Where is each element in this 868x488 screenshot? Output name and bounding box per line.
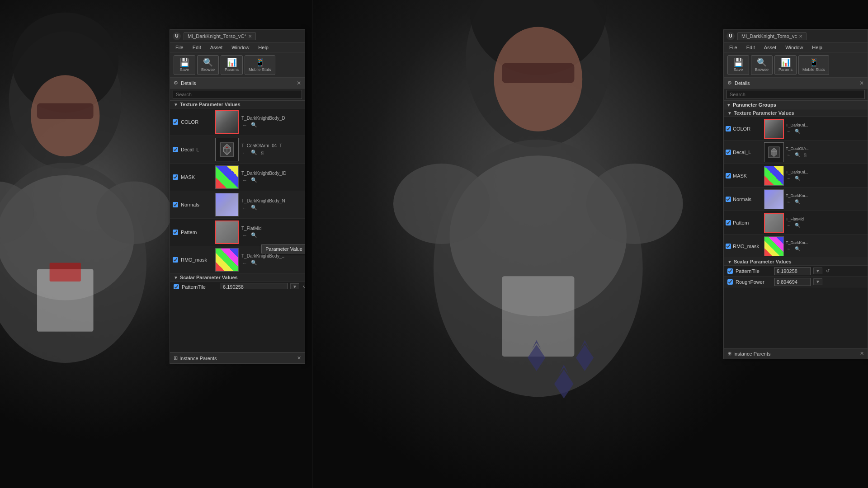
- normals-search-left[interactable]: 🔍: [250, 204, 258, 211]
- save-button-left[interactable]: 💾 Save: [174, 55, 195, 75]
- mobile-stats-button-left[interactable]: 📱 Mobile Stats: [245, 55, 275, 75]
- normals-arrow-right[interactable]: ←: [786, 199, 792, 205]
- params-button-right[interactable]: 📊 Params: [774, 55, 797, 75]
- menu-asset-left[interactable]: Asset: [208, 44, 225, 51]
- rmo-texture-right[interactable]: [764, 236, 784, 256]
- color-search-right[interactable]: 🔍: [794, 128, 801, 134]
- pattern-search-left[interactable]: 🔍: [250, 232, 258, 239]
- rmo-checkbox-left[interactable]: [173, 257, 178, 263]
- mask-search-left[interactable]: 🔍: [250, 177, 258, 183]
- left-search-input[interactable]: [173, 90, 302, 99]
- decal-copy-left[interactable]: ⎘: [260, 150, 265, 156]
- mask-checkbox-right[interactable]: [726, 173, 731, 178]
- normals-texture-left[interactable]: [215, 193, 239, 216]
- pattern-checkbox-left[interactable]: [173, 230, 178, 235]
- menu-help-right[interactable]: Help: [810, 44, 824, 51]
- menu-help-left[interactable]: Help: [256, 44, 270, 51]
- param-row-decal-right: Decal_L T_CoatOfA... ← 🔍: [724, 141, 868, 164]
- color-texture-right[interactable]: [764, 119, 784, 139]
- decal-arrow-left[interactable]: ←: [241, 150, 248, 156]
- pattern-tile-reset-right[interactable]: ↺: [825, 268, 830, 274]
- rough-power-checkbox-right[interactable]: [727, 279, 733, 285]
- right-param-groups-header[interactable]: ▼ Parameter Groups: [724, 101, 868, 109]
- color-search-left[interactable]: 🔍: [250, 122, 258, 128]
- decal-search-left[interactable]: 🔍: [250, 149, 258, 156]
- left-ue-logo: U: [173, 32, 181, 40]
- normals-checkbox-right[interactable]: [726, 197, 731, 202]
- left-scalar-header[interactable]: ▼ Scalar Parameter Values: [170, 274, 305, 282]
- decal-texture-left[interactable]: [215, 138, 239, 161]
- menu-asset-right[interactable]: Asset: [762, 44, 778, 51]
- mask-checkbox-left[interactable]: [173, 174, 178, 180]
- rmo-checkbox-right[interactable]: [726, 244, 731, 249]
- instance-close-left[interactable]: ✕: [297, 355, 301, 361]
- browse-button-right[interactable]: 🔍 Browse: [751, 55, 773, 75]
- right-params-scroll[interactable]: COLOR T_DarkKni... ← 🔍 Decal_L: [724, 117, 868, 307]
- menu-edit-left[interactable]: Edit: [191, 44, 203, 51]
- right-search-input[interactable]: [726, 90, 865, 99]
- rmo-arrow-left[interactable]: ←: [241, 260, 248, 266]
- pattern-checkbox-right[interactable]: [726, 220, 731, 225]
- rmo-search-left[interactable]: 🔍: [250, 259, 258, 266]
- normals-arrow-left[interactable]: ←: [241, 205, 248, 211]
- left-params-scroll[interactable]: COLOR T_DarkKnightBody_D ← 🔍 Decal_L: [170, 108, 305, 289]
- pattern-tile-checkbox-left[interactable]: [174, 284, 179, 290]
- normals-texture-right[interactable]: [764, 189, 784, 209]
- save-button-right[interactable]: 💾 Save: [727, 55, 749, 75]
- browse-button-left[interactable]: 🔍 Browse: [197, 55, 219, 75]
- menu-window-right[interactable]: Window: [783, 44, 805, 51]
- menu-edit-right[interactable]: Edit: [745, 44, 757, 51]
- left-details-close[interactable]: ✕: [297, 80, 301, 86]
- mask-arrow-right[interactable]: ←: [786, 175, 792, 181]
- color-checkbox-left[interactable]: [173, 119, 178, 125]
- right-asset-tab[interactable]: MI_DarkKnight_Torso_vc ✕: [737, 32, 807, 40]
- right-texture-params-header[interactable]: ▼ Texture Parameter Values: [724, 109, 868, 117]
- right-details-close[interactable]: ✕: [859, 80, 864, 86]
- decal-copy-right[interactable]: ⎘: [803, 152, 807, 158]
- left-asset-tab[interactable]: MI_DarkKnight_Torso_vC* ✕: [184, 32, 256, 40]
- left-tab-close[interactable]: ✕: [248, 34, 252, 39]
- decal-checkbox-left[interactable]: [173, 147, 178, 152]
- pattern-search-right[interactable]: 🔍: [794, 222, 801, 228]
- rmo-arrow-right[interactable]: ←: [786, 246, 792, 252]
- color-arrow-left[interactable]: ←: [241, 122, 248, 128]
- rmo-search-right[interactable]: 🔍: [794, 246, 801, 252]
- right-instance-parents[interactable]: ⊞ Instance Parents ✕: [724, 348, 868, 359]
- pattern-arrow-left[interactable]: ←: [241, 232, 248, 239]
- pattern-tile-input-left[interactable]: [221, 283, 288, 290]
- pattern-tile-input-right[interactable]: [774, 267, 811, 275]
- mask-texture-right[interactable]: [764, 166, 784, 186]
- color-arrow-right[interactable]: ←: [786, 128, 792, 134]
- pattern-tile-checkbox-right[interactable]: [727, 268, 733, 274]
- mobile-stats-button-right[interactable]: 📱 Mobile Stats: [798, 55, 829, 75]
- right-scalar-header[interactable]: ▼ Scalar Parameter Values: [724, 258, 868, 266]
- decal-texture-right[interactable]: [764, 142, 784, 162]
- decal-arrow-right[interactable]: ←: [786, 152, 792, 158]
- mask-texture-left[interactable]: [215, 165, 239, 189]
- params-button-left[interactable]: 📊 Params: [221, 55, 243, 75]
- mask-arrow-left[interactable]: ←: [241, 177, 248, 183]
- decal-search-right[interactable]: 🔍: [794, 152, 801, 158]
- color-texture-left[interactable]: [215, 110, 239, 134]
- normals-checkbox-left[interactable]: [173, 202, 178, 207]
- right-tab-close[interactable]: ✕: [799, 34, 802, 39]
- pattern-tile-down-left[interactable]: ▼: [290, 283, 299, 289]
- normals-search-right[interactable]: 🔍: [794, 199, 801, 205]
- rmo-texture-left[interactable]: [215, 248, 239, 272]
- pattern-arrow-right[interactable]: ←: [786, 222, 792, 228]
- left-texture-params-header[interactable]: ▼ Texture Parameter Values: [170, 101, 305, 108]
- instance-close-right[interactable]: ✕: [860, 351, 864, 357]
- left-instance-parents[interactable]: ⊞ Instance Parents ✕: [170, 352, 305, 363]
- menu-window-left[interactable]: Window: [230, 44, 251, 51]
- rough-power-down-right[interactable]: ▼: [813, 278, 822, 285]
- pattern-tile-reset-left[interactable]: ↺: [302, 283, 305, 289]
- color-checkbox-right[interactable]: [726, 126, 731, 131]
- menu-file-left[interactable]: File: [174, 44, 185, 51]
- rough-power-input-right[interactable]: [774, 278, 811, 286]
- menu-file-right[interactable]: File: [727, 44, 739, 51]
- pattern-texture-left[interactable]: [215, 221, 239, 244]
- pattern-tile-down-right[interactable]: ▼: [813, 267, 822, 274]
- mask-search-right[interactable]: 🔍: [794, 175, 801, 181]
- decal-checkbox-right[interactable]: [726, 150, 731, 155]
- pattern-texture-right[interactable]: [764, 213, 784, 233]
